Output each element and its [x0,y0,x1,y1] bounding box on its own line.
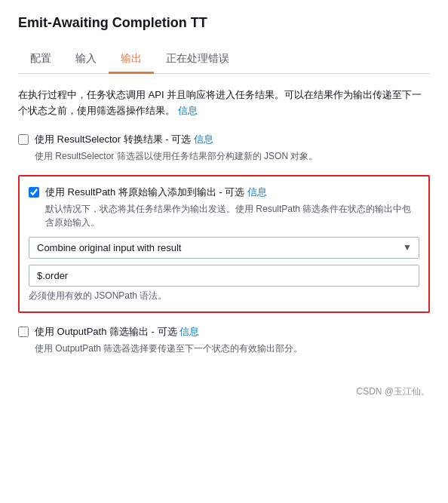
result-selector-info-link[interactable]: 信息 [194,133,213,145]
result-path-section: 使用 ResultPath 将原始输入添加到输出 - 可选 信息 默认情况下，状… [18,175,430,313]
tab-config[interactable]: 配置 [18,46,63,74]
jsonpath-input[interactable] [29,265,419,287]
result-path-label: 使用 ResultPath 将原始输入添加到输出 - 可选 信息 [45,186,267,199]
page-description: 在执行过程中，任务状态调用 API 并且响应将进入任务结果。可以在结果作为输出传… [18,87,430,119]
page-wrapper: Emit-Awaiting Completion TT 配置 输入 输出 正在处… [0,0,448,413]
page-title: Emit-Awaiting Completion TT [18,15,430,31]
result-selector-section: 使用 ResultSelector 转换结果 - 可选 信息 使用 Result… [18,133,430,163]
tab-output[interactable]: 输出 [109,46,154,74]
result-path-row: 使用 ResultPath 将原始输入添加到输出 - 可选 信息 [29,186,419,199]
description-info-link[interactable]: 信息 [178,105,198,116]
output-path-label: 使用 OutputPath 筛选输出 - 可选 信息 [35,325,199,339]
validation-text: 必须使用有效的 JSONPath 语法。 [29,290,419,302]
result-path-info-link[interactable]: 信息 [247,186,267,198]
result-selector-checkbox[interactable] [18,134,29,145]
tabs-bar: 配置 输入 输出 正在处理错误 [18,46,430,74]
output-path-checkbox[interactable] [18,327,29,337]
combine-dropdown[interactable]: Combine original input with result Disca… [29,237,419,259]
output-path-info-link[interactable]: 信息 [180,326,199,337]
result-path-checkbox[interactable] [29,187,39,198]
output-path-section: 使用 OutputPath 筛选输出 - 可选 信息 使用 OutputPath… [18,325,430,355]
jsonpath-input-wrapper [29,265,419,287]
result-selector-subtext: 使用 ResultSelector 筛选器以使用任务结果部分构建新的 JSON … [35,149,430,163]
tab-error[interactable]: 正在处理错误 [154,46,241,74]
result-selector-row: 使用 ResultSelector 转换结果 - 可选 信息 [18,133,430,146]
tab-input[interactable]: 输入 [63,46,109,74]
output-path-subtext: 使用 OutputPath 筛选器选择要传递至下一个状态的有效输出部分。 [35,342,430,355]
result-path-subtext: 默认情况下，状态将其任务结果作为输出发送。使用 ResultPath 筛选条件在… [45,202,419,229]
combine-dropdown-wrapper: Combine original input with result Disca… [29,237,419,259]
footer-credit: CSDN @玉江仙。 [18,385,430,398]
result-selector-label: 使用 ResultSelector 转换结果 - 可选 信息 [35,133,213,146]
output-path-row: 使用 OutputPath 筛选输出 - 可选 信息 [18,325,430,339]
